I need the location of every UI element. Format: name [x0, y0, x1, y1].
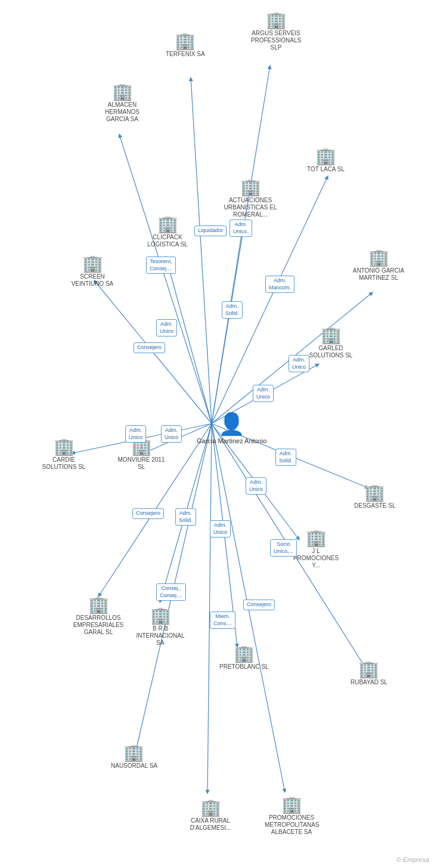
- role-badge-consejero-1[interactable]: Consejero: [134, 342, 165, 353]
- building-icon-argus: 🏢: [266, 12, 287, 29]
- label-tot-laca: TOT LACA SL: [307, 166, 345, 173]
- svg-line-5: [166, 257, 212, 424]
- node-desarrollos[interactable]: 🏢 B R B INTERNACIONAL SA: [134, 607, 187, 647]
- svg-line-0: [191, 78, 212, 424]
- building-icon-nausordal: 🏢: [123, 745, 144, 761]
- node-rubayad[interactable]: 🏢 RUBAYAD SL: [351, 661, 388, 686]
- role-badge-adm-solid-3[interactable]: Adm.Solid.: [175, 508, 196, 526]
- role-badge-consejero-3[interactable]: Consejero: [243, 600, 275, 610]
- center-person-label: Garcia Martinez Antonio: [197, 437, 266, 445]
- role-badge-adm-solid-2[interactable]: Adm.Solid.: [275, 449, 296, 466]
- label-clicpack: CLICPACK LOGISTICA SL: [141, 234, 194, 248]
- role-badge-adm-mancom[interactable]: Adm.Mancom.: [265, 276, 294, 293]
- watermark: © Empresa: [396, 856, 429, 863]
- node-nausordal[interactable]: 🏢 NAUSORDAL SA: [111, 745, 157, 770]
- node-tot-laca[interactable]: 🏢 TOT LACA SL: [307, 148, 345, 173]
- label-rubayad: RUBAYAD SL: [351, 679, 388, 686]
- svg-line-4: [212, 224, 243, 424]
- role-badge-consejero-2[interactable]: Consejero: [132, 508, 164, 519]
- node-desgaste[interactable]: 🏢 DESGASTE SL: [354, 484, 395, 509]
- label-antonio: ANTONIO GARCIA MARTINEZ SL: [352, 267, 405, 282]
- building-icon-screen: 🏢: [82, 255, 103, 272]
- node-argus[interactable]: 🏢 ARGUS SERVEIS PROFESSIONALS SLP: [249, 12, 303, 51]
- building-icon-desarrollos: 🏢: [150, 607, 171, 624]
- label-desgaste: DESGASTE SL: [354, 502, 395, 509]
- label-actuaciones: ACTUACIONES URBANISTICAS EL ROMERAL...: [224, 197, 277, 218]
- node-monviure[interactable]: 🏢 MONVIURE 2011 SL: [114, 438, 168, 471]
- node-antonio[interactable]: 🏢 ANTONIO GARCIA MARTINEZ SL: [352, 249, 405, 282]
- role-badge-adm-unico-7[interactable]: Adm.Unico: [246, 477, 266, 495]
- label-caixa: CAIXA RURAL D'ALGEMESI...: [184, 817, 237, 832]
- network-graph: 🏢 TERFENIX SA 🏢 ARGUS SERVEIS PROFESSION…: [0, 0, 434, 868]
- role-badge-adm-unico-4[interactable]: Adm.Unico: [253, 385, 274, 402]
- role-badge-tesorero[interactable]: Tesorero,Consej....: [146, 257, 176, 274]
- label-desarrollos: B R B INTERNACIONAL SA: [134, 625, 187, 647]
- label-terfenix: TERFENIX SA: [166, 51, 205, 58]
- person-icon: 👤: [218, 412, 245, 437]
- building-icon-terfenix: 🏢: [175, 33, 196, 50]
- role-badge-consej-consej[interactable]: Consej.,Consej....: [156, 583, 186, 601]
- building-icon-pretoblanc: 🏢: [234, 645, 255, 662]
- node-pretoblanc[interactable]: 🏢 PRETOBLANC SL: [219, 645, 269, 671]
- building-icon-brb: 🏢: [88, 597, 109, 613]
- svg-line-2: [119, 134, 212, 424]
- node-almacen[interactable]: 🏢 ALMACEN HERMANOS GARCIA SA: [95, 84, 149, 123]
- label-almacen: ALMACEN HERMANOS GARCIA SA: [95, 101, 149, 123]
- label-jl: J L PROMOCIONES Y...: [289, 548, 343, 569]
- role-badge-adm-unico-2[interactable]: Adm.Unico: [156, 319, 177, 336]
- building-icon-tot-laca: 🏢: [315, 148, 336, 165]
- role-badge-adm-unico-5[interactable]: Adm.Unico: [125, 425, 146, 443]
- node-clicpack[interactable]: 🏢 CLICPACK LOGISTICA SL: [141, 216, 194, 248]
- label-pretoblanc: PRETOBLANC SL: [219, 663, 269, 671]
- building-icon-rubayad: 🏢: [358, 661, 379, 678]
- node-caixa[interactable]: 🏢 CAIXA RURAL D'ALGEMESI...: [184, 799, 237, 832]
- node-jl-promociones[interactable]: 🏢 J L PROMOCIONES Y...: [289, 530, 343, 569]
- building-icon-clicpack: 🏢: [157, 216, 178, 233]
- label-promociones-metro: PROMOCIONES METROPOLITANAS ALBACETE SA: [265, 814, 318, 836]
- label-nausordal: NAUSORDAL SA: [111, 762, 157, 770]
- role-badge-adm-solid-1[interactable]: Adm.Solid.: [222, 301, 243, 319]
- label-garled: GARLED SOLUTIONS SL: [304, 345, 358, 359]
- role-badge-adm-unico-8[interactable]: Adm.Unico: [210, 520, 231, 538]
- center-person-node[interactable]: 👤 Garcia Martinez Antonio: [197, 412, 266, 445]
- svg-line-1: [212, 66, 270, 424]
- node-terfenix[interactable]: 🏢 TERFENIX SA: [166, 33, 205, 58]
- role-badge-adm-unico-3[interactable]: Adm.Unico: [289, 355, 309, 372]
- building-icon-cardie: 🏢: [54, 438, 75, 455]
- node-brb[interactable]: 🏢 DESARROLLOS EMPRESARIALES GARAL SL: [72, 597, 125, 636]
- label-screen: SCREEN VEINTIUNO SA: [66, 273, 119, 288]
- building-icon-garled: 🏢: [321, 327, 342, 344]
- label-cardie: CARDIE SOLUTIONS SL: [37, 456, 91, 471]
- building-icon-caixa: 🏢: [200, 799, 221, 816]
- building-icon-actuaciones: 🏢: [240, 179, 261, 196]
- role-badge-adm-unico-6[interactable]: Adm.Unico: [161, 425, 182, 443]
- role-badge-miem-cons[interactable]: Miem.Cons....: [210, 611, 235, 629]
- building-icon-promociones-metro: 🏢: [281, 796, 302, 813]
- building-icon-antonio: 🏢: [368, 249, 389, 266]
- node-cardie[interactable]: 🏢 CARDIE SOLUTIONS SL: [37, 438, 91, 471]
- label-brb: DESARROLLOS EMPRESARIALES GARAL SL: [72, 614, 125, 636]
- node-garled[interactable]: 🏢 GARLED SOLUTIONS SL: [304, 327, 358, 359]
- label-monviure: MONVIURE 2011 SL: [114, 456, 168, 471]
- building-icon-almacen: 🏢: [112, 84, 133, 100]
- building-icon-jl: 🏢: [306, 530, 327, 546]
- role-badge-liquidador[interactable]: Liquidador: [194, 226, 227, 236]
- node-actuaciones[interactable]: 🏢 ACTUACIONES URBANISTICAS EL ROMERAL...: [224, 179, 277, 218]
- svg-line-18: [207, 424, 212, 793]
- node-screen[interactable]: 🏢 SCREEN VEINTIUNO SA: [66, 255, 119, 288]
- node-promociones-metro[interactable]: 🏢 PROMOCIONES METROPOLITANAS ALBACETE SA: [265, 796, 318, 836]
- building-icon-desgaste: 🏢: [364, 484, 385, 501]
- label-argus: ARGUS SERVEIS PROFESSIONALS SLP: [249, 30, 303, 51]
- role-badge-adm-unico-1[interactable]: Adm.Unico.: [230, 220, 252, 237]
- role-badge-socio-unico[interactable]: SocioUnico,...: [270, 539, 297, 557]
